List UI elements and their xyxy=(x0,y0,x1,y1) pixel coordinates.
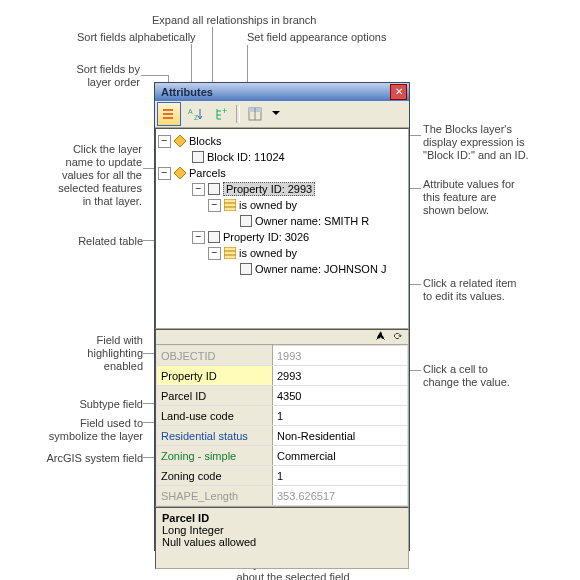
svg-text:Z: Z xyxy=(194,114,199,121)
feature-icon xyxy=(208,231,220,243)
collapse-icon[interactable]: − xyxy=(192,231,205,244)
svg-text:+: + xyxy=(222,106,227,116)
collapse-icon[interactable]: − xyxy=(208,199,221,212)
field-value-cell[interactable]: Non-Residential xyxy=(273,426,408,446)
callout-field-appearance: Set field appearance options xyxy=(247,31,386,44)
collapse-icon[interactable]: − xyxy=(158,167,171,180)
callout-click-cell: Click a cell tochange the value. xyxy=(423,363,510,389)
grid-nav-icons[interactable]: ⮝ ⟳ xyxy=(156,330,408,345)
grid-row[interactable]: Parcel ID4350 xyxy=(157,386,408,406)
dropdown-button[interactable] xyxy=(269,102,283,126)
record-icon xyxy=(240,215,252,227)
callout-display-expr: The Blocks layer'sdisplay expression is"… xyxy=(423,123,529,162)
window-title: Attributes xyxy=(157,86,213,98)
layer-label[interactable]: Blocks xyxy=(189,135,221,147)
svg-rect-1 xyxy=(163,113,173,115)
attribute-table[interactable]: OBJECTID1993Property ID2993Parcel ID4350… xyxy=(156,345,408,506)
svg-rect-0 xyxy=(163,109,173,111)
field-info-null: Null values allowed xyxy=(162,536,256,548)
field-value-cell[interactable]: 4350 xyxy=(273,386,408,406)
titlebar[interactable]: Attributes ✕ xyxy=(155,83,409,101)
attributes-window: Attributes ✕ AZ + − Blocks Block ID: 110… xyxy=(154,82,410,551)
field-name-cell[interactable]: SHAPE_Length xyxy=(157,486,273,506)
sort-alpha-button[interactable]: AZ xyxy=(183,102,207,126)
field-name-cell[interactable]: Land-use code xyxy=(157,406,273,426)
field-info-title: Parcel ID xyxy=(162,512,209,524)
callout-sort-alpha: Sort fields alphabetically xyxy=(77,31,196,44)
callout-sort-layer-order: Sort fields bylayer order xyxy=(50,63,140,89)
toolbar: AZ + xyxy=(155,101,409,128)
grid-row[interactable]: Zoning - simpleCommercial xyxy=(157,446,408,466)
relationship-label: is owned by xyxy=(239,199,297,211)
callout-related-item: Click a related itemto edit its values. xyxy=(423,277,517,303)
callout-related-table: Related table xyxy=(73,235,143,248)
tree-node-relationship[interactable]: − is owned by xyxy=(158,245,406,261)
grid-row[interactable]: SHAPE_Length353.626517 xyxy=(157,486,408,506)
svg-rect-12 xyxy=(224,247,236,259)
svg-rect-2 xyxy=(163,117,173,119)
grid-row[interactable]: Zoning code1 xyxy=(157,466,408,486)
tree-node-owner[interactable]: Owner name: JOHNSON J xyxy=(158,261,406,277)
collapse-icon[interactable]: − xyxy=(158,135,171,148)
record-icon xyxy=(240,263,252,275)
feature-label: Property ID: 2993 xyxy=(223,182,315,196)
feature-icon xyxy=(208,183,220,195)
sort-layer-order-button[interactable] xyxy=(157,102,181,126)
field-name-cell[interactable]: OBJECTID xyxy=(157,346,273,366)
field-name-cell[interactable]: Residential status xyxy=(157,426,273,446)
grid-row[interactable]: OBJECTID1993 xyxy=(157,346,408,366)
feature-icon xyxy=(192,151,204,163)
field-name-cell[interactable]: Parcel ID xyxy=(157,386,273,406)
callout-system-field: ArcGIS system field xyxy=(38,452,143,465)
svg-rect-9 xyxy=(224,199,236,211)
relationship-label: is owned by xyxy=(239,247,297,259)
owner-label: Owner name: SMITH R xyxy=(255,215,369,227)
grid-row[interactable]: Land-use code1 xyxy=(157,406,408,426)
tree-node-parcels[interactable]: − Parcels xyxy=(158,165,406,181)
field-options-button[interactable] xyxy=(243,102,267,126)
table-icon xyxy=(224,199,236,211)
layer-icon xyxy=(174,135,186,147)
field-name-cell[interactable]: Property ID xyxy=(157,366,273,386)
tree-node-property[interactable]: − Property ID: 2993 xyxy=(158,181,406,197)
close-icon[interactable]: ✕ xyxy=(390,84,407,100)
grid-row[interactable]: Residential statusNon-Residential xyxy=(157,426,408,446)
callout-field-highlighting: Field withhighlightingenabled xyxy=(81,334,143,373)
callout-symbology-field: Field used tosymbolize the layer xyxy=(47,417,143,443)
field-name-cell[interactable]: Zoning - simple xyxy=(157,446,273,466)
owner-label: Owner name: JOHNSON J xyxy=(255,263,386,275)
toolbar-separator xyxy=(236,105,240,123)
tree-view[interactable]: − Blocks Block ID: 11024 − Parcels − Pro… xyxy=(155,128,409,329)
callout-layer-name: Click the layername to updatevalues for … xyxy=(46,143,142,208)
callout-attr-values: Attribute values forthis feature areshow… xyxy=(423,178,515,217)
expand-branch-button[interactable]: + xyxy=(209,102,233,126)
feature-label: Block ID: 11024 xyxy=(207,151,285,163)
tree-node-block-id[interactable]: Block ID: 11024 xyxy=(158,149,406,165)
field-value-cell[interactable]: 2993 xyxy=(273,366,408,386)
tree-node-blocks[interactable]: − Blocks xyxy=(158,133,406,149)
attribute-grid: ⮝ ⟳ OBJECTID1993Property ID2993Parcel ID… xyxy=(155,329,409,507)
table-icon xyxy=(224,247,236,259)
svg-text:A: A xyxy=(188,108,193,115)
layer-label[interactable]: Parcels xyxy=(189,167,226,179)
field-value-cell[interactable]: Commercial xyxy=(273,446,408,466)
field-value-cell[interactable]: 1 xyxy=(273,406,408,426)
callout-subtype-field: Subtype field xyxy=(75,398,143,411)
tree-node-owner[interactable]: Owner name: SMITH R xyxy=(158,213,406,229)
callout-expand-branch: Expand all relationships in branch xyxy=(152,14,317,27)
field-value-cell[interactable]: 1993 xyxy=(273,346,408,366)
tree-node-relationship[interactable]: − is owned by xyxy=(158,197,406,213)
feature-label: Property ID: 3026 xyxy=(223,231,309,243)
tree-node-property[interactable]: − Property ID: 3026 xyxy=(158,229,406,245)
field-name-cell[interactable]: Zoning code xyxy=(157,466,273,486)
field-info-type: Long Integer xyxy=(162,524,224,536)
field-value-cell[interactable]: 353.626517 xyxy=(273,486,408,506)
grid-row[interactable]: Property ID2993 xyxy=(157,366,408,386)
field-value-cell[interactable]: 1 xyxy=(273,466,408,486)
collapse-icon[interactable]: − xyxy=(192,183,205,196)
layer-icon xyxy=(174,167,186,179)
field-info-box: Parcel ID Long Integer Null values allow… xyxy=(155,507,409,569)
collapse-icon[interactable]: − xyxy=(208,247,221,260)
